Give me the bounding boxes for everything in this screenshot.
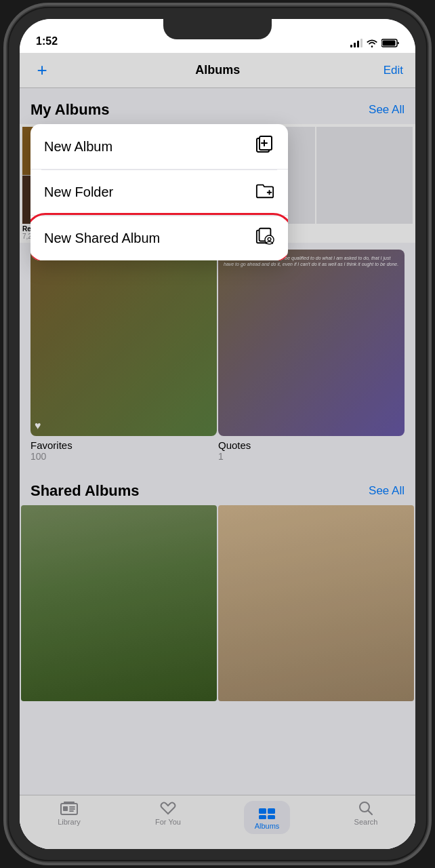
phone-screen: 1:52	[20, 19, 415, 849]
signal-icon	[350, 39, 362, 47]
svg-rect-1	[383, 41, 396, 46]
phone-frame: 1:52	[7, 7, 428, 861]
new-album-item[interactable]: New Album	[30, 124, 288, 170]
new-folder-icon	[255, 181, 274, 204]
battery-icon	[381, 39, 399, 47]
status-icons	[350, 39, 399, 47]
new-folder-label: New Folder	[44, 184, 113, 200]
new-shared-album-icon	[255, 226, 274, 250]
new-album-label: New Album	[44, 139, 112, 155]
new-folder-item[interactable]: New Folder	[30, 170, 288, 216]
new-shared-album-label: New Shared Album	[44, 231, 160, 246]
notch	[163, 19, 272, 39]
content-area: + Albums Edit My Albums See All	[20, 53, 415, 849]
new-album-icon	[255, 135, 274, 158]
new-shared-album-item[interactable]: New Shared Album	[30, 216, 288, 260]
dropdown-menu: New Album New Folder	[30, 124, 288, 260]
wifi-icon	[367, 39, 377, 47]
status-time: 1:52	[36, 35, 58, 47]
